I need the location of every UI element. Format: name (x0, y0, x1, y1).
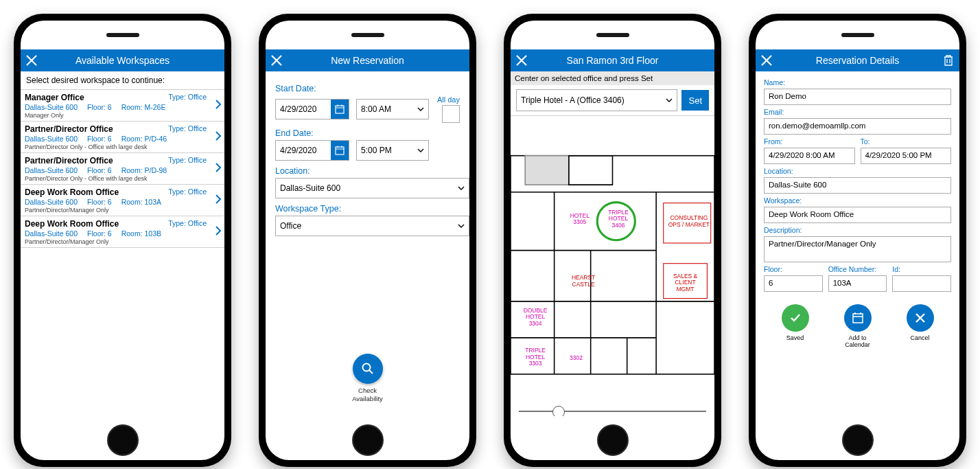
cancel-label: Cancel (910, 334, 929, 341)
close-icon[interactable] (21, 54, 43, 67)
add-to-calendar-label: Add to Calendar (845, 334, 870, 349)
workspace-type-label: Workspace Type: (275, 204, 460, 214)
workspace-room: Room: P/D-98 (121, 166, 167, 174)
workspace-name: Partner/Director Office (25, 156, 113, 165)
allday-checkbox[interactable] (442, 105, 460, 123)
office-number-field[interactable]: 103A (828, 275, 887, 292)
workspace-floor: Floor: 6 (87, 166, 112, 174)
workspace-floor: Floor: 6 (87, 198, 112, 206)
id-field[interactable] (892, 275, 951, 292)
workspace-type: Type: Office (168, 124, 207, 134)
instruction-text: Select desired workspace to continue: (21, 71, 224, 90)
start-date-input[interactable]: 4/29/2020 (275, 99, 349, 119)
workspace-floor: Floor: 6 (87, 135, 112, 143)
page-title: San Ramon 3rd Floor (533, 55, 692, 66)
instruction-text: Center on selected office and press Set (511, 71, 714, 85)
floor-map[interactable]: HOTEL3305 TRIPLEHOTEL3406 CONSULTINGOPS … (511, 115, 714, 407)
search-icon (361, 362, 375, 376)
location-field[interactable]: Dallas-Suite 600 (764, 177, 951, 194)
chevron-down-icon (458, 224, 465, 228)
location-label: Location: (275, 166, 460, 176)
workspace-room: Room: 103B (121, 229, 161, 238)
start-time-select[interactable]: 8:00 AM (356, 99, 429, 119)
close-icon[interactable] (756, 54, 778, 67)
end-date-label: End Date: (275, 128, 460, 138)
workspace-desc: Partner/Director/Manager Only (25, 238, 220, 245)
workspace-name: Partner/Director Office (25, 124, 113, 134)
add-to-calendar-button[interactable] (844, 304, 872, 332)
svg-point-8 (362, 364, 370, 371)
chevron-down-icon (417, 107, 424, 111)
workspace-item[interactable]: Deep Work Room Office Type: Office Dalla… (21, 216, 224, 248)
delete-icon[interactable] (937, 54, 959, 67)
calendar-icon (851, 311, 865, 325)
from-label: From: (764, 137, 855, 146)
workspace-location: Dallas-Suite 600 (25, 135, 78, 143)
workspace-desc: Partner/Director Only - Office with larg… (25, 144, 220, 150)
svg-text:HEARSTCASTLE: HEARSTCASTLE (572, 274, 595, 288)
workspace-location: Dallas-Suite 600 (25, 166, 78, 174)
page-title: Reservation Details (778, 55, 937, 66)
workspace-location: Dallas-Suite 600 (25, 198, 78, 206)
workspace-location: Dallas-Suite 600 (25, 229, 78, 238)
from-field[interactable]: 4/29/2020 8:00 AM (764, 148, 855, 164)
floor-field[interactable]: 6 (764, 275, 823, 292)
floor-label: Floor: (764, 265, 823, 273)
svg-text:SALES &CLIENTMGMT: SALES &CLIENTMGMT (673, 273, 698, 293)
workspace-field[interactable]: Deep Work Room Office (764, 207, 951, 223)
location-select[interactable]: Dallas-Suite 600 (275, 178, 469, 198)
to-label: To: (861, 137, 952, 146)
zoom-slider[interactable] (511, 407, 714, 416)
to-field[interactable]: 4/29/2020 5:00 PM (861, 148, 952, 164)
calendar-icon[interactable] (331, 141, 349, 160)
office-select[interactable]: Triple Hotel - A (Office 3406) (516, 89, 677, 111)
page-title: New Reservation (288, 55, 447, 66)
start-date-label: Start Date: (275, 84, 460, 93)
end-date-input[interactable]: 4/29/2020 (275, 140, 349, 161)
close-icon[interactable] (266, 54, 288, 67)
check-availability-label: Check Availability (352, 387, 383, 402)
workspace-name: Deep Work Room Office (25, 219, 119, 229)
workspace-name: Manager Office (25, 93, 84, 102)
chevron-down-icon (458, 186, 465, 190)
name-field[interactable]: Ron Demo (764, 89, 951, 105)
workspace-item[interactable]: Partner/Director Office Type: Office Dal… (21, 122, 224, 153)
chevron-right-icon (215, 162, 222, 176)
workspace-item[interactable]: Partner/Director Office Type: Office Dal… (21, 153, 224, 185)
description-label: Description: (764, 226, 951, 234)
workspace-name: Deep Work Room Office (25, 187, 119, 197)
workspace-floor: Floor: 6 (87, 103, 112, 111)
workspace-item[interactable]: Manager Office Type: Office Dallas-Suite… (21, 90, 224, 122)
chevron-down-icon (417, 148, 424, 152)
id-label: Id: (892, 265, 951, 273)
workspace-type: Type: Office (168, 187, 207, 197)
close-icon (914, 312, 926, 324)
chevron-right-icon (215, 225, 222, 239)
check-availability-button[interactable] (353, 354, 383, 384)
workspace-type: Type: Office (168, 93, 207, 102)
description-field[interactable]: Partner/Director/Manager Only (764, 236, 951, 262)
chevron-right-icon (215, 130, 222, 144)
workspace-desc: Partner/Director/Manager Only (25, 207, 220, 214)
cancel-button[interactable] (907, 304, 934, 332)
chevron-down-icon (666, 98, 673, 102)
workspace-item[interactable]: Deep Work Room Office Type: Office Dalla… (21, 185, 224, 216)
phone-available-workspaces: Available Workspaces Select desired work… (14, 14, 231, 467)
workspace-location: Dallas-Suite 600 (25, 103, 78, 111)
workspace-type: Type: Office (168, 219, 207, 229)
chevron-right-icon (215, 194, 222, 207)
saved-button[interactable] (782, 304, 809, 332)
close-icon[interactable] (511, 54, 533, 67)
calendar-icon[interactable] (331, 100, 349, 119)
saved-label: Saved (786, 334, 804, 341)
office-number-label: Office Number: (828, 265, 887, 273)
phone-new-reservation: New Reservation Start Date: 4/29/2020 8:… (259, 14, 476, 467)
svg-rect-4 (336, 147, 344, 155)
chevron-right-icon (215, 99, 222, 113)
email-field[interactable]: ron.demo@demoamllp.com (764, 118, 951, 135)
svg-text:CONSULTINGOPS / MARKET: CONSULTINGOPS / MARKET (668, 214, 710, 228)
set-button[interactable]: Set (681, 90, 709, 111)
workspace-desc: Partner/Director Only - Office with larg… (25, 175, 220, 182)
end-time-select[interactable]: 5:00 PM (356, 140, 429, 161)
workspace-type-select[interactable]: Office (275, 216, 469, 236)
